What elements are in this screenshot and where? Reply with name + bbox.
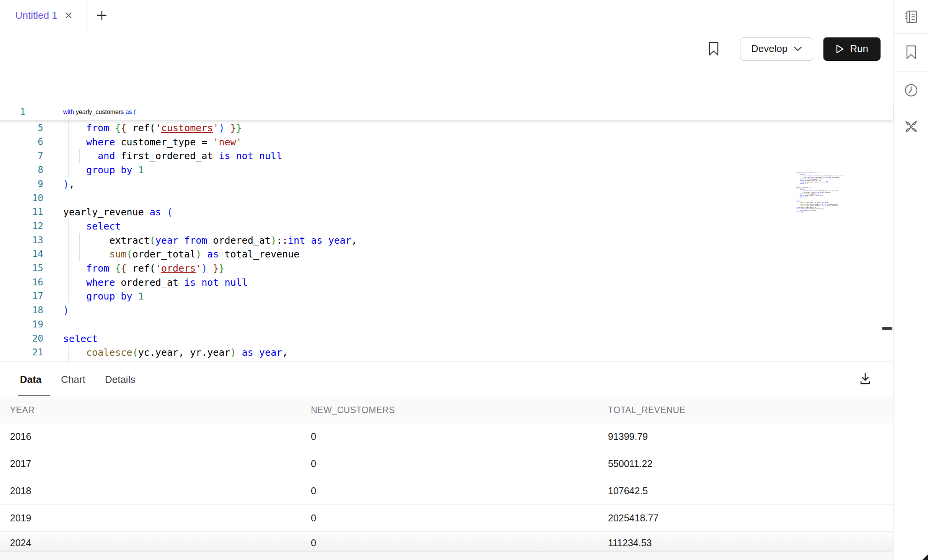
code-line[interactable]: 11yearly_revenue as ( [0, 205, 893, 219]
notebook-icon [903, 9, 919, 24]
code-token [132, 291, 138, 302]
code-token: is not null [219, 150, 282, 161]
bookmark-button[interactable] [708, 42, 719, 56]
develop-dropdown[interactable]: Develop [740, 37, 813, 61]
editor-tab-untitled-1[interactable]: Untitled 1 [0, 0, 87, 31]
horizontal-scrollbar-track[interactable] [0, 551, 893, 560]
download-button[interactable] [857, 370, 874, 387]
table-cell[interactable]: 107642.5 [608, 477, 648, 505]
sidebar-item-notebook[interactable] [894, 0, 928, 34]
code-line[interactable]: 15 from {{ ref('orders') }} [0, 261, 893, 275]
results-tab-details[interactable]: Details [105, 374, 135, 386]
code-line[interactable]: 16 where ordered_at is not null [0, 275, 893, 290]
code-line[interactable]: 10 [0, 191, 893, 205]
code-token: order_total [132, 249, 196, 260]
code-token: as [242, 347, 253, 358]
code-line[interactable]: 7 and first_ordered_at is not null [0, 149, 893, 163]
code-line[interactable]: 8 group by 1 [0, 163, 893, 177]
code-token [63, 277, 86, 288]
develop-label: Develop [751, 43, 787, 55]
code-token [63, 291, 86, 302]
code-token: ) [219, 122, 224, 133]
code-line-text: from {{ ref('customers') }} [63, 121, 242, 135]
code-token: coalesce [86, 347, 132, 358]
minimap[interactable]: with yearly_customers as ( select extrac… [796, 172, 884, 218]
code-line[interactable]: 17 group by 1 [0, 289, 893, 303]
code-token: ' [155, 263, 161, 274]
scrollbar-thumb[interactable] [882, 327, 892, 330]
code-line[interactable]: 5 from {{ ref('customers') }} [0, 121, 893, 135]
code-token [63, 221, 86, 232]
code-line-text: ), [63, 177, 75, 191]
table-cell[interactable]: 2017 [10, 450, 31, 477]
code-token: group by [86, 164, 132, 176]
table-cell[interactable]: 91399.79 [608, 423, 648, 450]
table-cell[interactable]: 2019 [10, 505, 31, 532]
table-cell[interactable]: 0 [311, 423, 316, 450]
code-token: ( [132, 109, 136, 115]
column-header[interactable]: TOTAL_REVENUE [608, 397, 685, 423]
results-tab-data[interactable]: Data [20, 374, 41, 386]
table-row[interactable]: 2016091399.79 [0, 423, 893, 450]
code-line-text: where ordered_at is not null [63, 275, 248, 290]
table-row[interactable]: 20170550011.22 [0, 450, 893, 477]
table-cell[interactable]: 2025418.77 [608, 505, 658, 532]
code-token: where [86, 277, 115, 288]
code-token: ( [150, 235, 155, 246]
code-token [225, 122, 230, 133]
code-token: total_revenue [219, 249, 299, 260]
code-token [132, 164, 138, 176]
table-row[interactable]: 201902025418.77 [0, 505, 893, 532]
code-line[interactable]: 14 sum(order_total) as total_revenue [0, 247, 893, 261]
table-cell[interactable]: 2018 [10, 477, 31, 505]
column-header[interactable]: YEAR [10, 397, 35, 423]
code-line[interactable]: 9), [0, 177, 893, 191]
run-button[interactable]: Run [823, 37, 881, 61]
code-line[interactable]: 13 extract(year from ordered_at)::int as… [0, 233, 893, 247]
sidebar-item-history[interactable] [894, 72, 928, 109]
close-icon[interactable] [64, 11, 73, 20]
code-token: from [86, 122, 109, 133]
code-token [236, 347, 242, 358]
code-token: customers [161, 122, 213, 133]
table-cell[interactable]: 0 [311, 477, 316, 505]
resize-corner[interactable] [922, 554, 928, 560]
code-token: orders [161, 263, 196, 274]
table-cell[interactable]: 111234.53 [608, 532, 652, 552]
table-row[interactable]: 20180107642.5 [0, 477, 893, 505]
sticky-scroll-line[interactable]: 1with yearly_customers as ( [0, 104, 893, 120]
code-line[interactable]: 19 [0, 317, 893, 332]
code-token [305, 235, 311, 246]
code-line[interactable]: 6 where customer_type = 'new' [0, 135, 893, 149]
code-token: ordered_at [207, 235, 271, 246]
explore-icon [903, 119, 919, 135]
table-cell[interactable]: 2016 [10, 423, 31, 450]
results-tab-chart[interactable]: Chart [61, 374, 85, 386]
sql-ide-window: Untitled 1 Develop Run Query [0, 0, 928, 560]
table-cell[interactable]: 0 [311, 450, 316, 477]
code-line-text: group by 1 [63, 289, 144, 303]
table-cell[interactable]: 550011.22 [608, 450, 652, 477]
code-line[interactable]: 18) [0, 303, 893, 317]
new-tab-button[interactable] [93, 7, 110, 24]
line-number: 19 [0, 317, 43, 332]
code-editor[interactable]: 5 from {{ ref('customers') }}6 where cus… [0, 68, 893, 362]
column-header[interactable]: NEW_CUSTOMERS [311, 397, 395, 423]
code-token [253, 347, 259, 358]
code-line[interactable]: 21 coalesce(yc.year, yr.year) as year, [0, 345, 893, 360]
sidebar-item-explore[interactable] [894, 109, 928, 144]
code-token: ' [213, 122, 219, 133]
tab-bar: Untitled 1 [0, 0, 928, 31]
table-cell[interactable]: 0 [311, 532, 316, 552]
code-line[interactable]: 20select [0, 332, 893, 346]
minimap-line: order by 1 [796, 211, 882, 212]
sidebar-item-bookmarks[interactable] [894, 34, 928, 72]
code-token: sum [109, 249, 126, 260]
code-token: ) [63, 179, 69, 190]
table-cell[interactable]: 2024 [10, 532, 31, 552]
code-line[interactable]: 12 select [0, 219, 893, 233]
table-row[interactable]: 20240111234.53 [0, 532, 893, 552]
table-cell[interactable]: 0 [311, 505, 316, 532]
code-token: } [236, 122, 242, 133]
code-token: ordered_at [115, 277, 184, 288]
